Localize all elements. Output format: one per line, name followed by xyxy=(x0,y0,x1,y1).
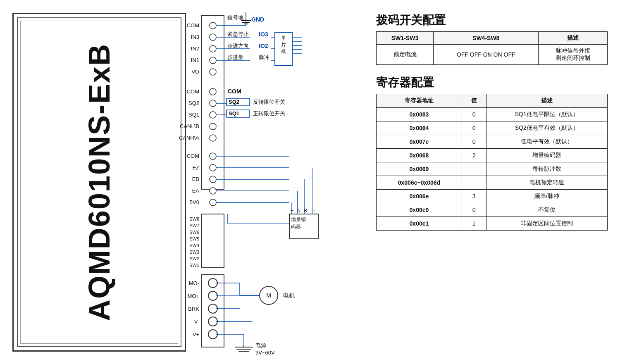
svg-text:M: M xyxy=(266,292,271,299)
dip-cell-sw1sw3: 额定电流 xyxy=(377,45,434,65)
dip-header-sw1sw3: SW1-SW3 xyxy=(377,32,434,45)
svg-text:−: − xyxy=(312,208,315,214)
dip-header-desc: 描述 xyxy=(539,32,608,45)
svg-rect-40 xyxy=(201,275,224,347)
svg-text:COM: COM xyxy=(187,153,199,159)
svg-point-107 xyxy=(260,286,278,305)
dip-cell-sw4sw8: OFF OFF ON ON OFF xyxy=(434,45,539,65)
reg-val-6: 3 xyxy=(462,190,486,203)
reg-val-8: 1 xyxy=(462,217,486,231)
dip-switch-title: 拨码开关配置 xyxy=(376,12,608,28)
svg-point-4 xyxy=(210,57,216,64)
svg-text:IN1: IN1 xyxy=(191,57,199,63)
reg-val-1: 0 xyxy=(462,121,486,135)
svg-point-8 xyxy=(210,112,216,118)
svg-point-9 xyxy=(210,123,216,130)
svg-text:5V0: 5V0 xyxy=(190,199,199,205)
svg-text:V-: V- xyxy=(194,319,199,325)
svg-text:SW3: SW3 xyxy=(189,250,199,255)
svg-point-15 xyxy=(210,199,216,206)
svg-text:GND: GND xyxy=(251,16,264,23)
svg-text:机: 机 xyxy=(281,48,286,54)
reg-desc-1: SQ2低电平有效（默认） xyxy=(486,121,607,135)
svg-text:IN3: IN3 xyxy=(191,34,199,40)
svg-text:9V~60V: 9V~60V xyxy=(255,350,275,356)
reg-addr-1: 0x0084 xyxy=(377,121,462,135)
svg-text:SW2: SW2 xyxy=(189,256,199,261)
reg-addr-6: 0x006e xyxy=(377,190,462,203)
svg-text:+: + xyxy=(291,208,293,214)
svg-text:B: B xyxy=(304,208,307,214)
reg-addr-4: 0x0069 xyxy=(377,162,462,176)
svg-text:EB: EB xyxy=(192,176,199,182)
svg-text:SW4: SW4 xyxy=(189,243,199,248)
reg-row-4: 0x0069每转脉冲数 xyxy=(377,162,608,176)
svg-point-42 xyxy=(208,291,217,300)
dip-switch-table: SW1-SW3 SW4-SW8 描述 额定电流 OFF OFF ON ON OF… xyxy=(376,31,608,65)
reg-addr-3: 0x0068 xyxy=(377,149,462,162)
svg-text:单: 单 xyxy=(281,35,286,41)
svg-text:IO2: IO2 xyxy=(259,43,268,49)
svg-text:脉冲: 脉冲 xyxy=(259,54,269,60)
svg-text:紧急停止: 紧急停止 xyxy=(227,31,249,37)
info-panel: 拨码开关配置 SW1-SW3 SW4-SW8 描述 额定电流 OFF OFF O… xyxy=(376,12,608,231)
svg-rect-82 xyxy=(227,98,250,106)
svg-point-41 xyxy=(208,278,217,288)
svg-point-12 xyxy=(210,164,216,171)
reg-row-6: 0x006e3频率/脉冲 xyxy=(377,190,608,203)
svg-text:MO+: MO+ xyxy=(187,293,199,299)
register-table: 寄存器地址 值 描述 0x00830SQ1低电平限位（默认）0x00840SQ2… xyxy=(376,94,608,231)
dip-header-sw4sw8: SW4-SW8 xyxy=(434,32,539,45)
svg-text:IN2: IN2 xyxy=(191,45,199,52)
svg-text:步进方向: 步进方向 xyxy=(227,43,249,49)
svg-text:码器: 码器 xyxy=(291,224,301,230)
reg-addr-7: 0x00c0 xyxy=(377,203,462,217)
svg-text:电机: 电机 xyxy=(283,292,295,299)
svg-text:SQ2: SQ2 xyxy=(188,100,199,106)
svg-text:MO-: MO- xyxy=(189,280,199,286)
reg-desc-3: 增量编码器 xyxy=(486,149,607,162)
reg-row-5: 0x006c~0x006d电机额定转速 xyxy=(377,176,608,190)
reg-row-0: 0x00830SQ1低电平限位（默认） xyxy=(377,108,608,121)
svg-text:BRK: BRK xyxy=(188,306,199,312)
svg-text:SQ2: SQ2 xyxy=(229,99,239,105)
svg-rect-68 xyxy=(275,32,292,65)
reg-header-desc: 描述 xyxy=(486,94,607,108)
svg-text:片: 片 xyxy=(281,42,286,48)
svg-text:SW7: SW7 xyxy=(189,223,199,228)
reg-desc-0: SQ1低电平限位（默认） xyxy=(486,108,607,121)
svg-text:IO3: IO3 xyxy=(259,31,268,38)
reg-row-7: 0x00c00不复位 xyxy=(377,203,608,217)
reg-desc-8: 非固定区间位置控制 xyxy=(486,217,607,231)
svg-text:EZ: EZ xyxy=(192,164,199,171)
svg-rect-0 xyxy=(201,16,224,189)
svg-text:正转限位开关: 正转限位开关 xyxy=(253,110,285,117)
reg-desc-7: 不复位 xyxy=(486,203,607,217)
svg-text:COM: COM xyxy=(187,88,199,95)
svg-text:EA: EA xyxy=(192,188,200,194)
svg-rect-31 xyxy=(201,214,224,268)
svg-rect-86 xyxy=(227,110,250,117)
reg-row-2: 0x007c0低电平有效（默认） xyxy=(377,135,608,149)
reg-desc-6: 频率/脉冲 xyxy=(486,190,607,203)
svg-text:A: A xyxy=(297,208,300,214)
svg-point-3 xyxy=(210,45,216,52)
reg-addr-0: 0x0083 xyxy=(377,108,462,121)
reg-header-val: 值 xyxy=(462,94,486,108)
svg-text:步进量: 步进量 xyxy=(227,54,243,60)
reg-addr-2: 0x007c xyxy=(377,135,462,149)
svg-point-5 xyxy=(210,69,216,75)
main-container: AQMD6010NS-ExB xyxy=(0,0,620,364)
reg-desc-2: 低电平有效（默认） xyxy=(486,135,607,149)
svg-point-11 xyxy=(210,153,216,159)
svg-point-10 xyxy=(210,135,216,141)
svg-text:SW1: SW1 xyxy=(189,263,199,268)
svg-point-45 xyxy=(208,330,217,339)
reg-val-7: 0 xyxy=(462,203,486,217)
reg-val-2: 0 xyxy=(462,135,486,149)
reg-desc-4: 每转脉冲数 xyxy=(486,162,607,176)
device-panel: AQMD6010NS-ExB xyxy=(12,13,186,352)
svg-text:信号地: 信号地 xyxy=(227,14,243,21)
device-title: AQMD6010NS-ExB xyxy=(82,43,116,321)
reg-row-8: 0x00c11非固定区间位置控制 xyxy=(377,217,608,231)
